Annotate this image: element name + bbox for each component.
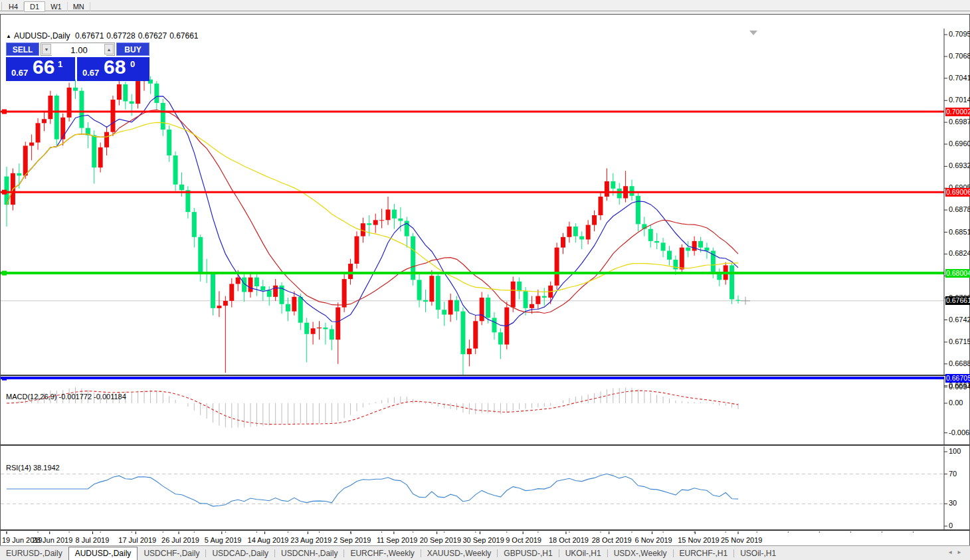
date-label: 20 Sep 2019 <box>420 536 461 544</box>
chart-title: ▲AUDUSD-,Daily 0.676710.677280.676270.67… <box>6 31 201 41</box>
rsi-value: 38.1942 <box>33 464 60 472</box>
symbol-tab-xauusd-weekly[interactable]: XAUUSD-,Weekly <box>421 547 497 560</box>
date-label: 18 Oct 2019 <box>549 536 589 544</box>
buy-price-sup: 0 <box>130 59 135 69</box>
price-tick-0.66880: 0.66880 <box>949 359 970 367</box>
volume-decrease-icon[interactable]: ▼ <box>42 44 51 54</box>
macd-tick--0.00637: -0.00637 <box>949 428 970 436</box>
symbol-tab-gbpusd-h1[interactable]: GBPUSD-,H1 <box>498 547 558 560</box>
timeframe-button-mn[interactable]: MN <box>68 2 90 11</box>
rsi-status-line: RSI(14) 38.1942 <box>6 464 60 472</box>
symbol-tab-ukoil-h1[interactable]: UKOil-,H1 <box>559 547 607 560</box>
chart-symbol: AUDUSD-,Daily <box>14 31 70 41</box>
price-tick-0.68510: 0.68510 <box>949 228 970 236</box>
symbol-tab-usdchf-daily[interactable]: USDCHF-,Daily <box>138 547 205 560</box>
sell-price-sup: 1 <box>58 59 62 69</box>
timeframe-button-w1[interactable]: W1 <box>45 2 68 11</box>
macd-label: MACD(12,26,9) <box>6 393 56 401</box>
date-label: 23 Aug 2019 <box>290 536 332 544</box>
rsi-tick-0: 0 <box>949 521 953 529</box>
price-tick-0.68240: 0.68240 <box>949 249 970 257</box>
symbol-tab-eurchf-weekly[interactable]: EURCHF-,Weekly <box>344 547 420 560</box>
buy-price-prefix: 0.67 <box>82 68 99 78</box>
symbol-tab-eurchf-h1[interactable]: EURCHF-,H1 <box>674 547 734 560</box>
ohlc-low: 0.67627 <box>138 31 167 41</box>
symbol-tab-usdx-weekly[interactable]: USDX-,Weekly <box>608 547 673 560</box>
date-label: 2 Sep 2019 <box>334 536 371 544</box>
sell-price-display[interactable]: 0.67 66 1 <box>6 57 75 81</box>
rsi-line <box>7 474 738 506</box>
tab-scroll-right-icon[interactable]: ► <box>957 549 966 555</box>
date-label: 25 Nov 2019 <box>721 536 762 544</box>
rsi-tick-30: 30 <box>949 499 957 507</box>
price-tick-0.67425: 0.67425 <box>949 316 970 324</box>
price-tick-0.69325: 0.69325 <box>949 161 970 169</box>
symbol-tab-usoil-h1[interactable]: USOil-,H1 <box>734 547 782 560</box>
date-label: 26 Jul 2019 <box>161 536 199 544</box>
sell-price-prefix: 0.67 <box>11 68 28 78</box>
price-tick-0.68785: 0.68785 <box>949 205 970 213</box>
macd-tick-0.00349: 0.00349 <box>949 383 970 391</box>
macd-value-main: -0.001772 <box>58 393 92 401</box>
date-label: 28 Oct 2019 <box>592 536 632 544</box>
level-badge-0.69006: 0.69006 <box>945 188 970 197</box>
price-tick-0.69600: 0.69600 <box>949 140 970 147</box>
timeframe-toolbar: H4D1W1MN <box>0 0 970 11</box>
buy-price-display[interactable]: 0.67 68 0 <box>77 57 149 81</box>
ohlc-close: 0.67661 <box>169 31 198 41</box>
buy-button[interactable]: BUY <box>116 43 149 56</box>
volume-input[interactable] <box>52 44 106 56</box>
date-label: 8 Jul 2019 <box>76 536 110 544</box>
tab-scroll-left-icon[interactable]: ◄ <box>947 549 957 555</box>
date-label: 17 Jul 2019 <box>118 536 156 544</box>
date-label: 11 Sep 2019 <box>377 536 418 544</box>
sell-price-big: 66 <box>33 56 54 78</box>
rsi-tick-100: 100 <box>949 447 961 455</box>
sell-button[interactable]: SELL <box>6 43 39 56</box>
ohlc-high: 0.67728 <box>106 31 135 41</box>
date-label: 5 Aug 2019 <box>205 536 242 544</box>
date-label: 6 Nov 2019 <box>634 536 672 544</box>
symbol-tab-eurusd-daily[interactable]: EURUSD-,Daily <box>0 547 68 560</box>
level-badge-0.70002: 0.70002 <box>945 108 970 116</box>
buy-price-big: 68 <box>104 56 126 78</box>
symbol-tab-audusd-daily[interactable]: AUDUSD-,Daily <box>68 547 138 560</box>
date-label: 14 Aug 2019 <box>248 536 289 544</box>
volume-increase-icon[interactable]: ▲ <box>104 44 114 54</box>
ma-slow-line <box>7 122 738 292</box>
date-label: 30 Sep 2019 <box>462 536 504 544</box>
volume-stepper: ▼ ▲ <box>41 43 115 56</box>
symbol-tab-bar: EURUSD-,DailyAUDUSD-,DailyUSDCHF-,DailyU… <box>0 545 970 560</box>
price-tick-0.69870: 0.69870 <box>949 118 970 126</box>
chart-shift-marker-icon[interactable] <box>749 31 757 35</box>
main-chart-canvas[interactable] <box>1 15 970 560</box>
collapse-triangle-icon[interactable]: ▲ <box>6 33 11 39</box>
macd-value-signal: -0.001184 <box>94 393 126 401</box>
symbol-tab-usdcnh-daily[interactable]: USDCNH-,Daily <box>275 547 343 560</box>
level-badge-0.68004: 0.68004 <box>945 269 970 278</box>
chart-window: ▲AUDUSD-,Daily 0.676710.677280.676270.67… <box>0 14 970 546</box>
rsi-tick-70: 70 <box>949 470 957 478</box>
date-label: 15 Nov 2019 <box>678 536 719 544</box>
price-tick-0.70140: 0.70140 <box>949 96 970 104</box>
trading-terminal: H4D1W1MN ▲AUDUSD-,Daily 0.676710.677280.… <box>0 0 970 560</box>
rsi-label: RSI(14) <box>6 464 31 472</box>
price-tick-0.70415: 0.70415 <box>949 74 970 82</box>
price-tick-0.70955: 0.70955 <box>949 30 970 38</box>
timeframe-button-h4[interactable]: H4 <box>3 2 24 11</box>
ma-medium-line <box>7 110 738 313</box>
price-tick-0.67150: 0.67150 <box>949 337 970 345</box>
level-badge-0.66705: 0.66705 <box>945 374 970 383</box>
one-click-trade-panel: SELL ▼ ▲ BUY 0.67 66 1 0.67 68 0 <box>6 43 149 81</box>
symbol-tab-usdcad-daily[interactable]: USDCAD-,Daily <box>206 547 274 560</box>
current-price-badge: 0.67661 <box>945 296 970 305</box>
macd-status-line: MACD(12,26,9) -0.001772 -0.001184 <box>6 393 126 401</box>
date-label: 28 Jun 2019 <box>33 536 73 544</box>
price-tick-0.70685: 0.70685 <box>949 52 970 60</box>
ohlc-open: 0.67671 <box>75 31 104 41</box>
timeframe-button-d1[interactable]: D1 <box>24 1 45 12</box>
date-label: 9 Oct 2019 <box>506 536 541 544</box>
macd-tick-0.00: 0.00 <box>949 399 963 407</box>
